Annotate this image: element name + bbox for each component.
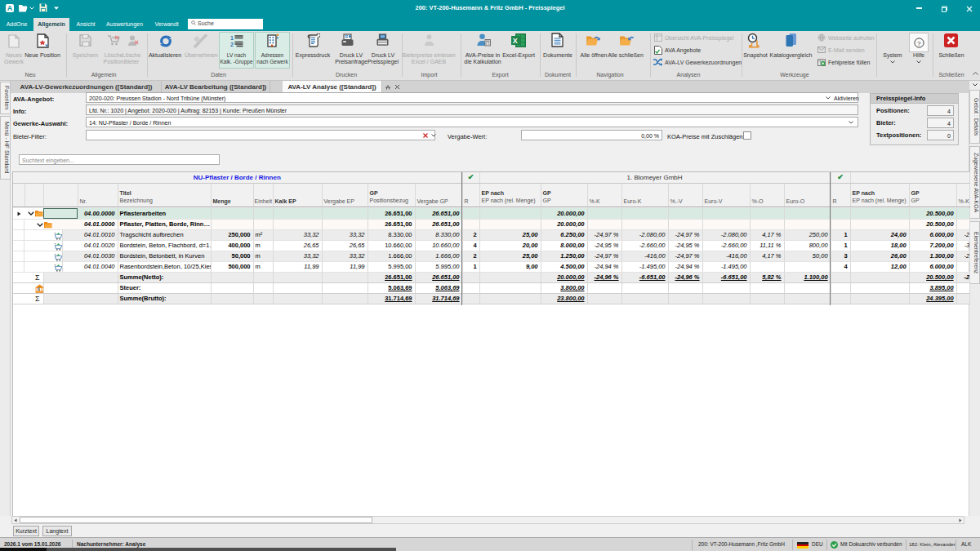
svg-text:2: 2 <box>230 42 234 47</box>
svg-text:?: ? <box>917 40 921 47</box>
svg-text:1: 1 <box>230 35 234 41</box>
svg-text:X: X <box>513 37 518 45</box>
